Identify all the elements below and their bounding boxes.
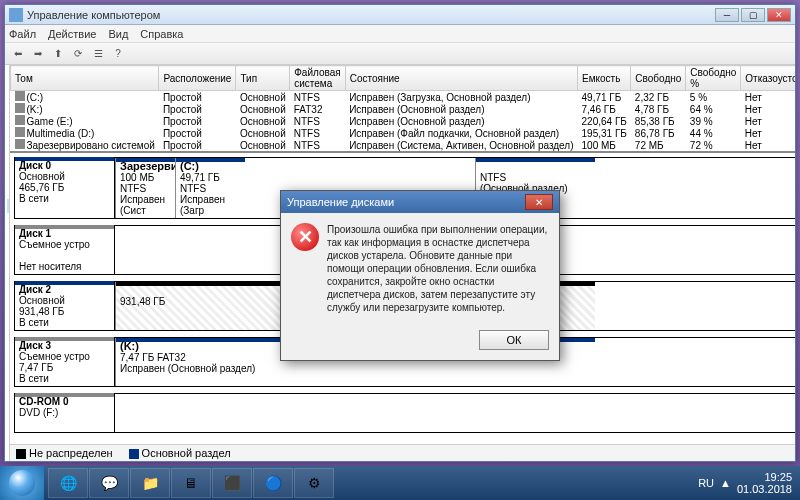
error-dialog: Управление дисками ✕ ✕ Произошла ошибка … (280, 190, 560, 361)
dialog-titlebar[interactable]: Управление дисками ✕ (281, 191, 559, 213)
up-button[interactable]: ⬆ (49, 45, 67, 63)
disk-header[interactable]: CD-ROM 0DVD (F:) (15, 394, 115, 432)
dialog-title: Управление дисками (287, 196, 525, 208)
column-header[interactable]: Свободно (631, 66, 686, 91)
app-icon (9, 8, 23, 22)
column-header[interactable]: Состояние (345, 66, 577, 91)
legend-swatch (129, 449, 139, 459)
task-terminal[interactable]: ⬛ (212, 468, 252, 498)
partition[interactable]: (C:)49,71 ГБ NTFSИсправен (Загр (175, 158, 245, 218)
dialog-close-button[interactable]: ✕ (525, 194, 553, 210)
volume-row[interactable]: Multimedia (D:)ПростойОсновнойNTFSИсправ… (11, 127, 796, 139)
taskbar-tasks: 🌐 💬 📁 🖥 ⬛ 🔵 ⚙ (44, 468, 690, 498)
disk-header[interactable]: Диск 2Основной931,48 ГБВ сети (15, 282, 115, 330)
disk-header[interactable]: Диск 3Съемное устро7,47 ГБВ сети (15, 338, 115, 386)
menu-view[interactable]: Вид (108, 28, 128, 40)
volume-row[interactable]: (C:)ПростойОсновнойNTFSИсправен (Загрузк… (11, 91, 796, 104)
taskbar[interactable]: 🌐 💬 📁 🖥 ⬛ 🔵 ⚙ RU ▲ 19:2501.03.2018 (0, 466, 800, 500)
volume-row[interactable]: Game (E:)ПростойОсновнойNTFSИсправен (Ос… (11, 115, 796, 127)
disk-header[interactable]: Диск 1Съемное устроНет носителя (15, 226, 115, 274)
start-button[interactable] (0, 466, 44, 500)
back-button[interactable]: ⬅ (9, 45, 27, 63)
error-icon: ✕ (291, 223, 319, 251)
help-button[interactable]: ? (109, 45, 127, 63)
volume-row[interactable]: (K:)ПростойОсновнойFAT32Исправен (Основн… (11, 103, 796, 115)
tray-lang[interactable]: RU (698, 477, 714, 489)
task-monitor[interactable]: 🖥 (171, 468, 211, 498)
column-header[interactable]: Тип (236, 66, 290, 91)
menu-help[interactable]: Справка (140, 28, 183, 40)
volume-row[interactable]: Зарезервировано системойПростойОсновнойN… (11, 139, 796, 151)
legend-label: Не распределен (29, 447, 113, 459)
menubar: Файл Действие Вид Справка (5, 25, 795, 43)
window-title: Управление компьютером (27, 9, 715, 21)
partition[interactable]: Зарезервиров100 МБ NTFSИсправен (Сист (115, 158, 175, 218)
menu-file[interactable]: Файл (9, 28, 36, 40)
column-header[interactable]: Расположение (159, 66, 236, 91)
minimize-button[interactable]: ─ (715, 8, 739, 22)
volume-list[interactable]: ТомРасположениеТипФайловая системаСостоя… (10, 65, 795, 153)
task-app2[interactable]: 🔵 (253, 468, 293, 498)
legend-swatch (16, 449, 26, 459)
toolbar: ⬅ ➡ ⬆ ⟳ ☰ ? (5, 43, 795, 65)
disk-row[interactable]: CD-ROM 0DVD (F:) (14, 393, 795, 433)
system-tray[interactable]: RU ▲ 19:2501.03.2018 (690, 471, 800, 495)
column-header[interactable]: Емкость (578, 66, 631, 91)
disk-header[interactable]: Диск 0Основной465,76 ГБВ сети (15, 158, 115, 218)
legend: Не распределен Основной раздел (10, 444, 795, 461)
titlebar[interactable]: Управление компьютером ─ ▢ ✕ (5, 5, 795, 25)
windows-orb-icon (9, 470, 35, 496)
column-header[interactable]: Том (11, 66, 159, 91)
task-explorer[interactable]: 📁 (130, 468, 170, 498)
dialog-message: Произошла ошибка при выполнении операции… (327, 223, 549, 314)
ok-button[interactable]: ОК (479, 330, 549, 350)
tray-flag-icon[interactable]: ▲ (720, 477, 731, 489)
task-mgmt[interactable]: ⚙ (294, 468, 334, 498)
forward-button[interactable]: ➡ (29, 45, 47, 63)
maximize-button[interactable]: ▢ (741, 8, 765, 22)
legend-label: Основной раздел (142, 447, 231, 459)
column-header[interactable]: Отказоустойчивос (741, 66, 795, 91)
menu-action[interactable]: Действие (48, 28, 96, 40)
tray-clock[interactable]: 19:2501.03.2018 (737, 471, 792, 495)
close-button[interactable]: ✕ (767, 8, 791, 22)
column-header[interactable]: Свободно % (686, 66, 741, 91)
task-chrome[interactable]: 🌐 (48, 468, 88, 498)
refresh-button[interactable]: ⟳ (69, 45, 87, 63)
column-header[interactable]: Файловая система (290, 66, 345, 91)
properties-button[interactable]: ☰ (89, 45, 107, 63)
task-app[interactable]: 💬 (89, 468, 129, 498)
